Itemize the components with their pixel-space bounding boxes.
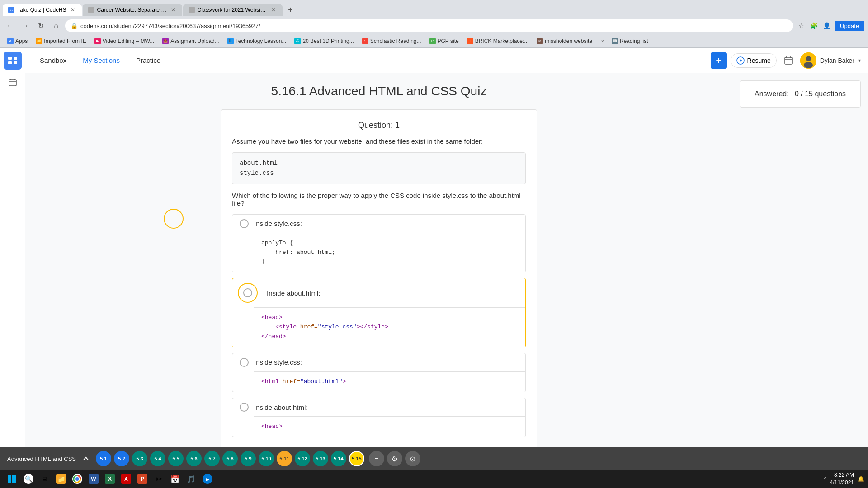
option-4[interactable]: Inside about.html: <head> — [232, 398, 526, 437]
progress-5-2[interactable]: 5.2 — [114, 451, 129, 466]
option-2[interactable]: Inside about.html: <head> <style href="s… — [232, 278, 526, 347]
back-button[interactable]: ← — [4, 19, 16, 32]
taskbar-misc2[interactable]: 📅 — [167, 471, 183, 487]
tab-2-close[interactable]: ✕ — [170, 6, 177, 14]
taskbar-word[interactable]: W — [86, 471, 101, 487]
question-text: Assume you have two files for your websi… — [232, 137, 526, 145]
option-3[interactable]: Inside style.css: <html href="about.html… — [232, 353, 526, 393]
tab-1-close[interactable]: ✕ — [69, 6, 76, 14]
star-icon[interactable]: ☆ — [796, 20, 807, 31]
bookmark-scholastic[interactable]: S Scholastic Reading... — [359, 37, 425, 45]
clock: 8:22 AM 4/11/2021 — [830, 471, 854, 487]
bookmark-video[interactable]: ▶ Video Editing – MW... — [91, 37, 158, 45]
bookmark-assignment[interactable]: 📤 Assigment Upload... — [159, 37, 222, 45]
bookmark-reading[interactable]: 📖 Reading list — [608, 37, 652, 45]
tab-3[interactable]: Classwork for 2021 Website Des... ✕ — [183, 4, 283, 16]
progress-5-5[interactable]: 5.5 — [168, 451, 184, 466]
zoom-out-button[interactable]: − — [369, 451, 384, 466]
bookmark-technology-label: Technology Lesson... — [236, 38, 287, 44]
answered-box: Answered: 0 / 15 questions — [740, 80, 861, 108]
radio-4[interactable] — [240, 403, 249, 412]
new-tab-button[interactable]: + — [284, 4, 297, 16]
progress-5-6[interactable]: 5.6 — [186, 451, 202, 466]
settings-button[interactable]: ⚙ — [387, 451, 402, 466]
option-1[interactable]: Inside style.css: applyTo { href: about.… — [232, 214, 526, 272]
sidebar-logo[interactable] — [4, 52, 22, 70]
progress-5-7[interactable]: 5.7 — [204, 451, 220, 466]
nav-practice[interactable]: Practice — [129, 53, 168, 68]
home-button[interactable]: ⌂ — [50, 19, 62, 32]
taskbar-adobe[interactable]: A — [118, 471, 134, 487]
user-profile[interactable]: Dylan Baker ▾ — [800, 52, 861, 69]
tab-2[interactable]: Career Website: Separate Conter... ✕ — [83, 4, 182, 16]
taskbar-search[interactable]: 🔍 — [21, 471, 36, 487]
bookmark-missholden-label: missholden website — [545, 38, 592, 44]
progress-5-1[interactable]: 5.1 — [96, 451, 111, 466]
profile-icon[interactable]: 👤 — [821, 20, 832, 31]
svg-point-16 — [804, 62, 813, 68]
svg-rect-20 — [12, 479, 16, 483]
username: Dylan Baker — [820, 57, 854, 64]
nav-sandbox[interactable]: Sandbox — [33, 53, 74, 68]
calendar-button[interactable] — [780, 52, 797, 69]
progress-5-14[interactable]: 5.14 — [331, 451, 346, 466]
sidebar-calendar-icon[interactable] — [4, 73, 22, 91]
progress-5-10[interactable]: 5.10 — [259, 451, 274, 466]
bookmark-missholden[interactable]: M missholden website — [533, 37, 596, 45]
radio-3[interactable] — [240, 358, 249, 367]
taskbar-powerpoint[interactable]: P — [135, 471, 150, 487]
add-button[interactable]: + — [711, 52, 727, 69]
tab-bar: C Take Quiz | CodeHS ✕ Career Website: S… — [0, 0, 868, 16]
taskbar-file-explorer[interactable]: 📁 — [53, 471, 69, 487]
svg-rect-10 — [785, 57, 792, 64]
taskbar-misc1[interactable]: ✂ — [151, 471, 166, 487]
fullscreen-button[interactable]: ⊙ — [405, 451, 420, 466]
progress-5-3[interactable]: 5.3 — [132, 451, 147, 466]
radio-2[interactable] — [243, 288, 252, 297]
bookmark-technology[interactable]: 📘 Technology Lesson... — [224, 37, 290, 45]
date-display: 4/11/2021 — [830, 479, 854, 487]
progress-5-12[interactable]: 5.12 — [295, 451, 310, 466]
progress-5-13[interactable]: 5.13 — [313, 451, 328, 466]
taskbar-excel[interactable]: X — [102, 471, 118, 487]
taskbar-task-view[interactable]: 🖥 — [37, 471, 52, 487]
bookmark-pgp[interactable]: P PGP site — [426, 37, 462, 45]
option-1-label: Inside style.css: — [254, 220, 302, 227]
progress-5-11[interactable]: 5.11 — [277, 451, 292, 466]
answered-label: Answered: — [755, 90, 789, 98]
forward-button[interactable]: → — [19, 19, 32, 32]
bookmark-brick[interactable]: T BRICK Marketplace:... — [463, 37, 533, 45]
taskbar-misc4[interactable]: ▶ — [200, 471, 215, 487]
extension-icon[interactable]: 🧩 — [808, 20, 819, 31]
chevron-up-icon — [82, 455, 90, 462]
update-button[interactable]: Update — [835, 21, 864, 31]
nav-my-sections[interactable]: My Sections — [75, 53, 127, 68]
refresh-button[interactable]: ↻ — [34, 19, 47, 32]
bookmark-imported[interactable]: 📁 Imported From IE — [32, 37, 90, 45]
notification-icon[interactable]: 🔔 — [858, 476, 864, 482]
option-4-code: <head> — [254, 416, 525, 437]
address-bar[interactable]: 🔒 codehs.com/student/2297743/section/200… — [65, 19, 793, 32]
progress-5-4[interactable]: 5.4 — [150, 451, 165, 466]
quiz-title: 5.16.1 Advanced HTML and CSS Quiz — [36, 84, 722, 99]
radio-1[interactable] — [240, 219, 249, 228]
bookmark-imported-label: Imported From IE — [44, 38, 86, 44]
taskbar-misc3[interactable]: 🎵 — [184, 471, 199, 487]
progress-5-9[interactable]: 5.9 — [241, 451, 256, 466]
progress-5-15[interactable]: 5.15 — [349, 451, 364, 466]
option-1-code: applyTo { href: about.html; } — [254, 233, 525, 272]
tab-3-close[interactable]: ✕ — [270, 6, 277, 14]
answered-count: 0 / 15 questions — [795, 90, 846, 98]
svg-rect-2 — [8, 61, 12, 64]
start-button[interactable] — [4, 471, 20, 487]
taskbar-chrome[interactable] — [70, 471, 85, 487]
bookmarks-more[interactable]: » — [599, 37, 607, 45]
resume-button[interactable]: Resume — [731, 53, 777, 68]
tab-1[interactable]: C Take Quiz | CodeHS ✕ — [3, 4, 82, 16]
taskbar-show-hidden[interactable]: ^ — [824, 476, 826, 482]
bookmark-3d[interactable]: 🖨 20 Best 3D Printing... — [291, 37, 357, 45]
svg-rect-17 — [8, 475, 11, 479]
progress-5-8[interactable]: 5.8 — [222, 451, 238, 466]
bookmark-apps[interactable]: A Apps — [4, 37, 31, 45]
bookmark-apps-label: Apps — [15, 38, 28, 44]
